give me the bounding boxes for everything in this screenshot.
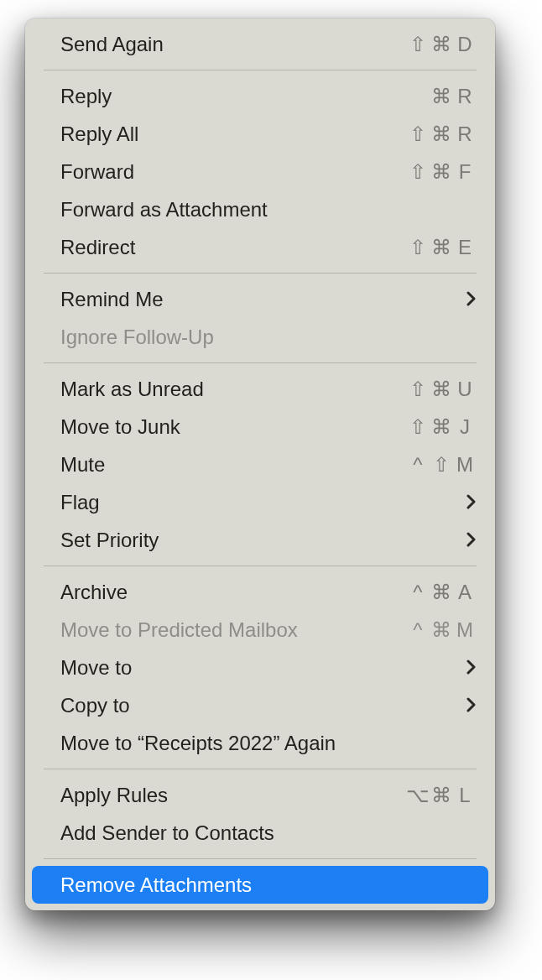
chevron-right-icon bbox=[466, 288, 477, 311]
menu-item-label: Redirect bbox=[60, 236, 406, 259]
menu-separator bbox=[44, 858, 477, 859]
menu-separator bbox=[44, 273, 477, 274]
menu-item-flag[interactable]: Flag bbox=[25, 483, 495, 521]
menu-item-send-again[interactable]: Send Again ⇧⌘D bbox=[25, 25, 495, 63]
context-menu: Send Again ⇧⌘D Reply ⌘R Reply All ⇧⌘R Fo… bbox=[25, 18, 495, 910]
menu-item-move-to-predicted: Move to Predicted Mailbox ^⌘M bbox=[25, 611, 495, 649]
menu-item-shortcut: ⇧⌘U bbox=[406, 378, 477, 401]
menu-separator bbox=[44, 769, 477, 769]
menu-item-label: Mark as Unread bbox=[60, 378, 406, 401]
menu-item-label: Reply bbox=[60, 85, 430, 108]
chevron-right-icon bbox=[466, 491, 477, 514]
menu-item-shortcut: ⇧⌘E bbox=[406, 236, 477, 259]
menu-item-set-priority[interactable]: Set Priority bbox=[25, 521, 495, 559]
menu-item-forward-as-attachment[interactable]: Forward as Attachment bbox=[25, 190, 495, 228]
menu-item-mute[interactable]: Mute ^⇧M bbox=[25, 446, 495, 483]
menu-item-archive[interactable]: Archive ^⌘A bbox=[25, 573, 495, 611]
menu-item-label: Add Sender to Contacts bbox=[60, 821, 477, 845]
menu-item-label: Forward bbox=[60, 160, 406, 184]
menu-item-label: Ignore Follow-Up bbox=[60, 326, 477, 349]
menu-item-label: Flag bbox=[60, 491, 466, 514]
menu-item-label: Forward as Attachment bbox=[60, 198, 477, 222]
menu-item-reply[interactable]: Reply ⌘R bbox=[25, 77, 495, 115]
menu-item-label: Apply Rules bbox=[60, 784, 406, 807]
menu-item-label: Move to Predicted Mailbox bbox=[60, 618, 406, 642]
menu-item-label: Copy to bbox=[60, 694, 466, 717]
menu-item-label: Send Again bbox=[60, 33, 406, 56]
menu-item-label: Set Priority bbox=[60, 529, 466, 552]
menu-item-add-sender-to-contacts[interactable]: Add Sender to Contacts bbox=[25, 814, 495, 852]
menu-item-shortcut: ^⇧M bbox=[406, 453, 477, 477]
menu-item-label: Reply All bbox=[60, 122, 406, 146]
menu-item-label: Archive bbox=[60, 581, 406, 604]
menu-item-shortcut: ⌥⌘L bbox=[406, 784, 477, 807]
menu-item-label: Move to Junk bbox=[60, 415, 406, 439]
menu-item-copy-to[interactable]: Copy to bbox=[25, 686, 495, 724]
menu-separator bbox=[44, 70, 477, 70]
menu-item-shortcut: ⇧⌘F bbox=[406, 160, 477, 184]
menu-item-move-to-again[interactable]: Move to “Receipts 2022” Again bbox=[25, 724, 495, 762]
chevron-right-icon bbox=[466, 694, 477, 717]
chevron-right-icon bbox=[466, 529, 477, 552]
menu-item-label: Remove Attachments bbox=[60, 873, 477, 897]
menu-item-ignore-follow-up: Ignore Follow-Up bbox=[25, 318, 495, 356]
menu-item-shortcut: ^⌘M bbox=[406, 618, 477, 642]
menu-separator bbox=[44, 566, 477, 566]
menu-item-remove-attachments[interactable]: Remove Attachments bbox=[32, 866, 488, 904]
menu-item-shortcut: ⇧⌘J bbox=[406, 415, 477, 439]
menu-item-shortcut: ⌘R bbox=[430, 85, 477, 108]
chevron-right-icon bbox=[466, 656, 477, 680]
menu-item-shortcut: ⇧⌘D bbox=[406, 33, 477, 56]
menu-item-mark-as-unread[interactable]: Mark as Unread ⇧⌘U bbox=[25, 370, 495, 408]
menu-item-apply-rules[interactable]: Apply Rules ⌥⌘L bbox=[25, 776, 495, 814]
menu-item-move-to[interactable]: Move to bbox=[25, 649, 495, 686]
menu-item-shortcut: ⇧⌘R bbox=[406, 122, 477, 146]
menu-item-label: Remind Me bbox=[60, 288, 466, 311]
menu-item-move-to-junk[interactable]: Move to Junk ⇧⌘J bbox=[25, 408, 495, 446]
menu-item-forward[interactable]: Forward ⇧⌘F bbox=[25, 153, 495, 190]
menu-item-remind-me[interactable]: Remind Me bbox=[25, 280, 495, 318]
menu-item-reply-all[interactable]: Reply All ⇧⌘R bbox=[25, 115, 495, 153]
menu-item-redirect[interactable]: Redirect ⇧⌘E bbox=[25, 228, 495, 266]
menu-item-label: Mute bbox=[60, 453, 406, 477]
menu-item-shortcut: ^⌘A bbox=[406, 581, 477, 604]
menu-item-label: Move to bbox=[60, 656, 466, 680]
menu-separator bbox=[44, 362, 477, 363]
menu-item-label: Move to “Receipts 2022” Again bbox=[60, 732, 477, 755]
